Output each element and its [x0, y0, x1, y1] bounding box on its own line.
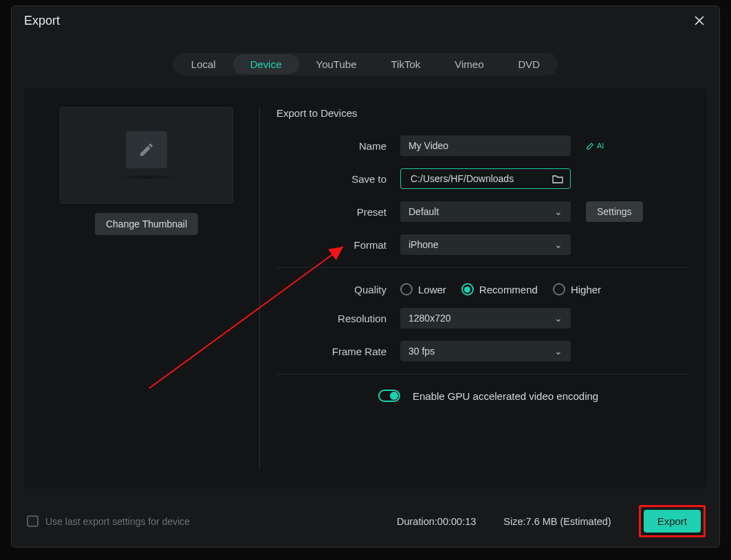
preset-value: Default	[408, 206, 439, 217]
format-label: Format	[276, 239, 400, 251]
name-label: Name	[276, 140, 400, 152]
row-format: Format iPhone ⌄	[276, 234, 688, 255]
format-select[interactable]: iPhone ⌄	[400, 234, 571, 255]
quality-lower-option[interactable]: Lower	[400, 283, 446, 295]
main-panel: Change Thumbnail Export to Devices Name …	[24, 88, 707, 489]
duration-stat: Duration:00:00:13	[397, 516, 476, 527]
gpu-label: Enable GPU accelerated video encoding	[413, 390, 598, 402]
section-title: Export to Devices	[276, 107, 688, 119]
quality-recommend-option[interactable]: Recommend	[461, 283, 538, 295]
ai-edit-icon[interactable]: AI	[586, 141, 604, 150]
titlebar: Export	[12, 6, 719, 32]
dialog-title: Export	[24, 14, 60, 28]
close-icon[interactable]	[692, 13, 707, 28]
tabs-wrap: Local Device YouTube TikTok Vimeo DVD	[12, 32, 719, 88]
export-tabs: Local Device YouTube TikTok Vimeo DVD	[173, 53, 558, 76]
row-saveto: Save to C:/Users/HF/Downloads	[276, 168, 688, 189]
use-last-label: Use last export settings for device	[45, 516, 190, 527]
resolution-label: Resolution	[276, 313, 400, 324]
quality-label: Quality	[276, 284, 400, 295]
divider	[276, 267, 688, 268]
saveto-label: Save to	[276, 173, 400, 185]
format-value: iPhone	[408, 239, 439, 250]
thumb-shadow	[112, 175, 181, 179]
resolution-select[interactable]: 1280x720 ⌄	[400, 308, 571, 328]
quality-radio-group: Lower Recommend Higher	[400, 283, 601, 295]
preset-label: Preset	[276, 206, 400, 218]
thumbnail-column: Change Thumbnail	[43, 107, 250, 469]
tab-dvd[interactable]: DVD	[501, 54, 558, 74]
row-preset: Preset Default ⌄ Settings	[276, 201, 688, 222]
form-column: Export to Devices Name My Video AI Save …	[276, 107, 688, 469]
tab-youtube[interactable]: YouTube	[299, 54, 374, 74]
export-button[interactable]: Export	[644, 510, 701, 533]
row-quality: Quality Lower Recommend Higher	[276, 283, 688, 295]
preset-select[interactable]: Default ⌄	[400, 201, 571, 222]
chevron-down-icon: ⌄	[554, 206, 563, 217]
framerate-value: 30 fps	[408, 346, 435, 357]
dialog-footer: Use last export settings for device Dura…	[12, 497, 719, 547]
radio-icon	[461, 283, 474, 295]
tab-vimeo[interactable]: Vimeo	[437, 54, 501, 74]
framerate-label: Frame Rate	[276, 346, 400, 357]
radio-icon	[400, 283, 413, 295]
name-input[interactable]: My Video	[400, 135, 571, 156]
radio-icon	[553, 283, 565, 295]
divider	[276, 374, 688, 374]
chevron-down-icon: ⌄	[554, 346, 563, 357]
export-button-highlight: Export	[639, 505, 706, 537]
export-dialog: Export Local Device YouTube TikTok Vimeo…	[11, 5, 720, 548]
footer-left: Use last export settings for device	[27, 515, 190, 527]
saveto-value: C:/Users/HF/Downloads	[411, 173, 514, 184]
resolution-value: 1280x720	[408, 313, 451, 324]
size-stat: Size:7.6 MB (Estimated)	[503, 516, 611, 527]
folder-icon	[552, 174, 563, 183]
row-resolution: Resolution 1280x720 ⌄	[276, 308, 688, 328]
tab-local[interactable]: Local	[174, 54, 233, 74]
edit-icon	[126, 131, 167, 168]
thumbnail-preview	[60, 107, 233, 203]
row-name: Name My Video AI	[276, 135, 688, 156]
preset-settings-button[interactable]: Settings	[586, 201, 643, 222]
vertical-divider	[259, 107, 260, 469]
row-framerate: Frame Rate 30 fps ⌄	[276, 341, 688, 361]
framerate-select[interactable]: 30 fps ⌄	[400, 341, 571, 361]
use-last-checkbox[interactable]	[27, 515, 39, 527]
change-thumbnail-button[interactable]: Change Thumbnail	[95, 213, 198, 235]
saveto-input[interactable]: C:/Users/HF/Downloads	[400, 168, 571, 189]
tab-device[interactable]: Device	[233, 54, 299, 74]
tab-tiktok[interactable]: TikTok	[373, 54, 437, 74]
footer-right: Duration:00:00:13 Size:7.6 MB (Estimated…	[397, 505, 706, 537]
chevron-down-icon: ⌄	[554, 313, 563, 324]
row-gpu: Enable GPU accelerated video encoding	[276, 390, 688, 402]
quality-higher-option[interactable]: Higher	[553, 283, 601, 295]
gpu-toggle[interactable]	[378, 390, 400, 402]
chevron-down-icon: ⌄	[554, 239, 563, 250]
